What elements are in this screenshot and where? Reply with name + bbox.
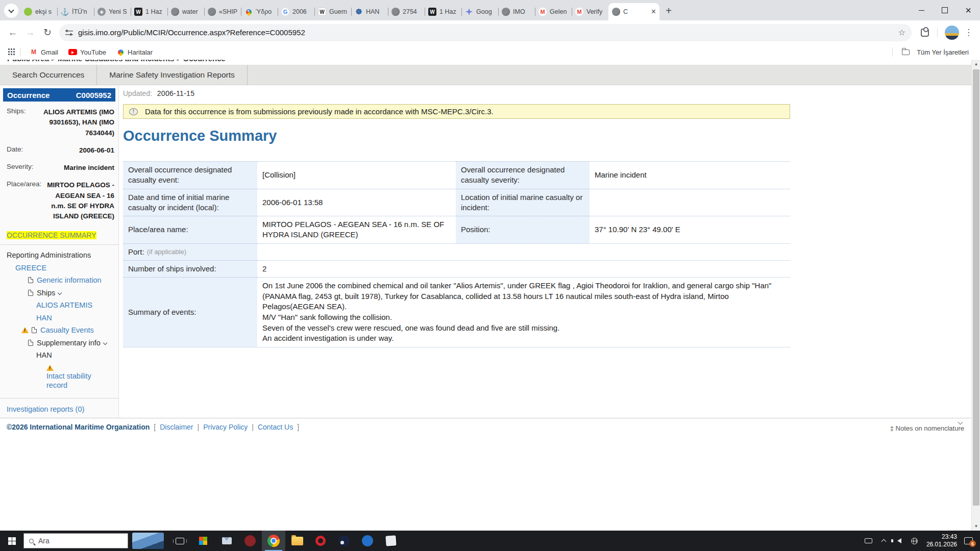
footer-link-contact[interactable]: Contact Us [258,423,293,431]
occurrence-summary-link[interactable]: OCCURRENCE SUMMARY [7,231,96,239]
browser-tab[interactable]: Verify [572,3,608,20]
document-icon [28,340,33,346]
sidebar-link-greece[interactable]: GREECE [0,262,118,274]
field-value: 37° 10.90' N 23° 49.00' E [590,216,790,243]
document-icon [32,327,37,333]
bookmark-youtube[interactable]: YouTube [68,48,106,56]
gmail-icon [575,8,583,16]
field-label: Overall occurrence designated casualty e… [123,161,257,189]
taskbar-search-input[interactable]: Ara [23,533,128,548]
all-bookmarks-button[interactable]: Tüm Yer İşaretleri [902,48,969,56]
scrollbar-thumb[interactable] [973,69,979,506]
footer-link-privacy[interactable]: Privacy Policy [203,423,248,431]
browser-tab[interactable]: Gelen [535,3,572,20]
new-tab-button[interactable] [662,4,676,18]
footer-link-disclaimer[interactable]: Disclaimer [160,423,193,431]
taskbar-clock[interactable]: 23:43 26.01.2026 [922,533,961,548]
apps-grid-icon[interactable] [8,48,10,50]
scroll-down-arrow[interactable] [972,522,980,531]
forward-button[interactable] [21,24,39,41]
maps-pin-icon [116,48,125,56]
volume-icon[interactable] [892,531,907,551]
chevron-down-icon [103,341,107,345]
google-g-icon [281,8,289,16]
vertical-scrollbar[interactable] [971,60,980,531]
toolbar-divider [937,28,938,38]
browser-tab[interactable]: Ὑδρο [241,3,278,20]
network-icon[interactable] [907,531,922,551]
hidden-icons-chevron[interactable] [876,531,892,551]
browser-tab[interactable]: IMO [498,3,535,20]
chrome-icon [267,535,280,547]
browser-toolbar: gisis.imo.org/Public/MCIR/Occurrence.asp… [0,20,980,44]
start-button[interactable] [0,531,23,551]
bookmark-gmail[interactable]: Gmail [30,48,58,56]
address-bar[interactable]: gisis.imo.org/Public/MCIR/Occurrence.asp… [59,24,912,41]
bookmark-maps[interactable]: Haritalar [116,48,153,56]
nav-investigation-reports[interactable]: Marine Safety Investigation Reports [97,65,247,85]
bookmark-star-icon[interactable] [898,28,905,37]
browser-tab[interactable]: İTÜ'n [57,3,94,20]
search-placeholder: Ara [38,537,50,545]
sidebar-link-generic-information[interactable]: Generic information [0,274,118,287]
sidebar-link-han[interactable]: HAN [0,312,118,324]
browser-menu-icon[interactable] [964,27,973,38]
sidebar-group-supplementary-info[interactable]: Supplementary info [0,337,118,349]
browser-tab[interactable]: HAN [351,3,388,20]
browser-tab[interactable]: 1 Haz [425,3,461,20]
page-title: Occurrence Summary [123,128,790,144]
taskbar-app-steam[interactable] [332,531,356,551]
close-tab-icon[interactable] [651,8,656,15]
task-view-button[interactable] [168,531,191,551]
field-label: Summary of events: [123,277,257,347]
browser-tab-active[interactable]: C [608,3,659,20]
touch-keyboard-icon[interactable] [861,531,876,551]
browser-tab[interactable]: 2754 [388,3,425,20]
mail-icon [222,537,232,544]
minimize-button[interactable] [910,0,933,20]
sidebar-group-ships[interactable]: Ships [0,287,118,299]
profile-avatar[interactable] [945,26,959,40]
browser-tab[interactable]: 1 Haz [131,3,167,20]
back-button[interactable] [4,24,21,41]
taskbar-app-blue[interactable] [356,531,379,551]
taskbar-app-chrome[interactable] [262,531,285,551]
close-window-button[interactable] [957,0,980,20]
notification-center-icon[interactable]: 5 [964,537,973,544]
taskbar-app-mail[interactable] [215,531,238,551]
sidebar-link-casualty-events[interactable]: Casualty Events [0,324,118,337]
sidebar-link-intact-stability[interactable]: Intact stability record [0,362,118,393]
notification-badge: 5 [969,540,976,547]
browser-tab[interactable]: ekşi s [20,3,57,20]
browser-tab[interactable]: water [167,3,204,20]
browser-tab[interactable]: Goog [461,3,498,20]
chevron-down-icon [58,291,62,295]
scroll-up-arrow[interactable] [972,60,980,68]
taskbar-app-red[interactable] [238,531,262,551]
browser-tab[interactable]: «SHIP [204,3,241,20]
nav-search-occurrences[interactable]: Search Occurrences [0,65,96,85]
sidebar-link-alios-artemis[interactable]: ALIOS ARTEMIS [0,299,118,312]
notes-collapse-icon[interactable] [958,420,963,425]
red-ring-icon [315,536,326,546]
taskbar-app-opera[interactable] [309,531,332,551]
sidebar-link-investigation-reports[interactable]: Investigation reports (0) [0,403,118,416]
taskbar-app-microsoft[interactable] [191,531,215,551]
reload-button[interactable] [39,24,56,41]
maximize-button[interactable] [933,0,957,20]
extensions-icon[interactable] [921,29,929,37]
sidebar-divider [0,398,118,398]
breadcrumb[interactable]: Public Area > Marine Casualties and Inci… [0,60,980,63]
browser-tab[interactable]: Guern [314,3,351,20]
page-footer: ©2026 International Maritime Organizatio… [0,418,971,432]
news-widget-thumbnail[interactable] [132,533,164,549]
taskbar-app-light[interactable] [379,531,403,551]
site-info-icon[interactable] [65,30,73,36]
notes-on-nomenclature[interactable]: ‡ Notes on nomenclature [890,424,964,432]
browser-tab[interactable]: 2006 [278,3,314,20]
browser-tab[interactable]: Yeni S [94,3,131,20]
taskbar-app-explorer[interactable] [285,531,309,551]
globe-icon [171,8,179,16]
tab-search-button[interactable] [4,4,18,18]
bookmarks-divider [20,47,20,57]
